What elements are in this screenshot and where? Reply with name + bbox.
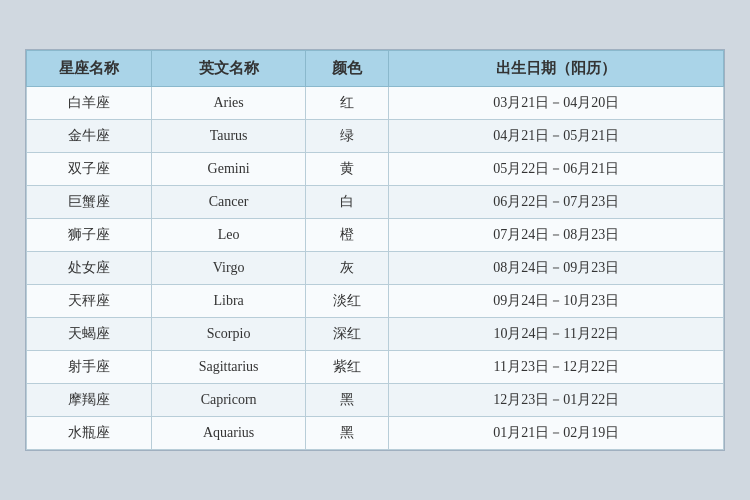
cell-date: 06月22日－07月23日 <box>389 186 724 219</box>
cell-english: Scorpio <box>152 318 305 351</box>
zodiac-table-container: 星座名称 英文名称 颜色 出生日期（阳历） 白羊座Aries红03月21日－04… <box>25 49 725 451</box>
cell-chinese: 水瓶座 <box>27 417 152 450</box>
cell-date: 05月22日－06月21日 <box>389 153 724 186</box>
zodiac-table: 星座名称 英文名称 颜色 出生日期（阳历） 白羊座Aries红03月21日－04… <box>26 50 724 450</box>
cell-chinese: 白羊座 <box>27 87 152 120</box>
table-row: 白羊座Aries红03月21日－04月20日 <box>27 87 724 120</box>
header-color: 颜色 <box>305 51 389 87</box>
cell-date: 08月24日－09月23日 <box>389 252 724 285</box>
cell-color: 黄 <box>305 153 389 186</box>
cell-chinese: 金牛座 <box>27 120 152 153</box>
header-english: 英文名称 <box>152 51 305 87</box>
cell-color: 灰 <box>305 252 389 285</box>
header-date: 出生日期（阳历） <box>389 51 724 87</box>
cell-english: Cancer <box>152 186 305 219</box>
cell-date: 10月24日－11月22日 <box>389 318 724 351</box>
cell-date: 07月24日－08月23日 <box>389 219 724 252</box>
table-row: 射手座Sagittarius紫红11月23日－12月22日 <box>27 351 724 384</box>
cell-date: 09月24日－10月23日 <box>389 285 724 318</box>
cell-english: Gemini <box>152 153 305 186</box>
cell-chinese: 射手座 <box>27 351 152 384</box>
cell-chinese: 摩羯座 <box>27 384 152 417</box>
cell-english: Aquarius <box>152 417 305 450</box>
cell-english: Taurus <box>152 120 305 153</box>
table-row: 水瓶座Aquarius黑01月21日－02月19日 <box>27 417 724 450</box>
table-header-row: 星座名称 英文名称 颜色 出生日期（阳历） <box>27 51 724 87</box>
table-body: 白羊座Aries红03月21日－04月20日金牛座Taurus绿04月21日－0… <box>27 87 724 450</box>
table-row: 狮子座Leo橙07月24日－08月23日 <box>27 219 724 252</box>
cell-chinese: 双子座 <box>27 153 152 186</box>
cell-date: 12月23日－01月22日 <box>389 384 724 417</box>
table-row: 天秤座Libra淡红09月24日－10月23日 <box>27 285 724 318</box>
cell-chinese: 天蝎座 <box>27 318 152 351</box>
cell-chinese: 天秤座 <box>27 285 152 318</box>
table-row: 巨蟹座Cancer白06月22日－07月23日 <box>27 186 724 219</box>
cell-english: Aries <box>152 87 305 120</box>
cell-english: Virgo <box>152 252 305 285</box>
header-chinese: 星座名称 <box>27 51 152 87</box>
cell-color: 黑 <box>305 384 389 417</box>
table-row: 金牛座Taurus绿04月21日－05月21日 <box>27 120 724 153</box>
cell-color: 深红 <box>305 318 389 351</box>
cell-color: 红 <box>305 87 389 120</box>
cell-date: 03月21日－04月20日 <box>389 87 724 120</box>
cell-chinese: 巨蟹座 <box>27 186 152 219</box>
table-row: 处女座Virgo灰08月24日－09月23日 <box>27 252 724 285</box>
cell-chinese: 处女座 <box>27 252 152 285</box>
cell-color: 淡红 <box>305 285 389 318</box>
table-row: 双子座Gemini黄05月22日－06月21日 <box>27 153 724 186</box>
table-row: 摩羯座Capricorn黑12月23日－01月22日 <box>27 384 724 417</box>
cell-date: 01月21日－02月19日 <box>389 417 724 450</box>
cell-english: Capricorn <box>152 384 305 417</box>
cell-english: Libra <box>152 285 305 318</box>
cell-chinese: 狮子座 <box>27 219 152 252</box>
cell-color: 绿 <box>305 120 389 153</box>
cell-color: 白 <box>305 186 389 219</box>
cell-color: 黑 <box>305 417 389 450</box>
table-row: 天蝎座Scorpio深红10月24日－11月22日 <box>27 318 724 351</box>
cell-color: 橙 <box>305 219 389 252</box>
cell-english: Sagittarius <box>152 351 305 384</box>
cell-english: Leo <box>152 219 305 252</box>
cell-date: 04月21日－05月21日 <box>389 120 724 153</box>
cell-date: 11月23日－12月22日 <box>389 351 724 384</box>
cell-color: 紫红 <box>305 351 389 384</box>
